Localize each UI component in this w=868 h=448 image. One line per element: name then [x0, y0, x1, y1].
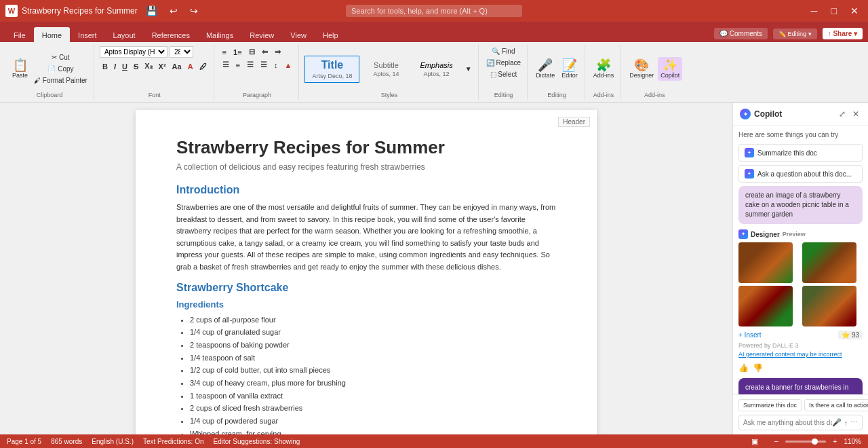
copilot-input[interactable]	[743, 419, 832, 426]
text-predictions: Text Predictions: On	[143, 438, 203, 445]
copilot-group-label: Add-ins	[644, 92, 665, 98]
editing-button[interactable]: ✏️ Editing ▾	[773, 29, 817, 39]
style-title[interactable]: Title Artsy Deco, 18	[304, 56, 359, 83]
document-area[interactable]: Header Strawberry Recipes for Summer A c…	[0, 103, 732, 434]
cut-button[interactable]: ✂ Cut	[32, 52, 90, 62]
select-button[interactable]: ⬚ Select	[488, 69, 519, 79]
insert-button[interactable]: + Insert	[738, 331, 762, 339]
replace-button[interactable]: 🔄 Replace	[484, 58, 523, 68]
view-mode-button[interactable]: ▣	[747, 436, 762, 447]
italic-button[interactable]: I	[111, 60, 119, 72]
multilevel-list-button[interactable]: ⊟	[246, 46, 258, 58]
copy-button[interactable]: 📄 Copy	[32, 64, 90, 74]
paragraph-controls: ≡ 1≡ ⊟ ⇐ ⇒ ☰ ≡ ☰ ☰ ↕ ▲	[220, 46, 295, 92]
tab-file[interactable]: File	[5, 27, 34, 42]
title-bar: W Strawberry Recipes for Summer 💾 ↩ ↪ ─ …	[0, 0, 868, 22]
maximize-button[interactable]: □	[827, 4, 841, 18]
editor-button[interactable]: 📝 Editor	[559, 57, 580, 81]
align-center-button[interactable]: ≡	[233, 59, 243, 71]
find-button[interactable]: 🔍 Find	[490, 46, 517, 56]
format-painter-button[interactable]: 🖌 Format Painter	[32, 75, 90, 86]
addins-button[interactable]: 🧩 Add-ins	[591, 57, 617, 81]
redo-button[interactable]: ↪	[186, 4, 202, 18]
zoom-in-button[interactable]: +	[829, 436, 841, 447]
thumbs-up-button[interactable]: 👍	[738, 363, 749, 373]
document-subtitle: A collection of delicious and easy recip…	[176, 162, 556, 172]
list-item: 1/2 cup of cold butter, cut into small p…	[190, 364, 556, 377]
font-color-button[interactable]: A	[185, 60, 196, 72]
designer-image-3[interactable]	[738, 286, 793, 326]
designer-image-1[interactable]	[738, 242, 793, 283]
list-buttons: ≡ 1≡ ⊟ ⇐ ⇒	[220, 46, 283, 58]
summarize-quick-button[interactable]: Summarize this doc	[738, 399, 802, 411]
underline-button[interactable]: U	[119, 60, 130, 72]
undo-button[interactable]: ↩	[165, 4, 182, 18]
tab-help[interactable]: Help	[315, 27, 347, 42]
copilot-send-button[interactable]: ↑	[844, 418, 848, 427]
proofing-controls: 🧩 Add-ins	[591, 46, 617, 92]
strikethrough-button[interactable]: S	[131, 60, 141, 72]
tab-insert[interactable]: Insert	[70, 27, 105, 42]
search-input[interactable]	[346, 5, 522, 17]
shading-button[interactable]: ▲	[282, 59, 295, 71]
minimize-button[interactable]: ─	[807, 4, 822, 18]
more-tools-group: 🎤 Dictate 📝 Editor Editing	[529, 45, 585, 100]
ingredients-list: 2 cups of all-purpose flour 1/4 cup of g…	[190, 314, 556, 434]
title-bar-left: W Strawberry Recipes for Summer 💾 ↩ ↪	[5, 4, 291, 18]
tab-review[interactable]: Review	[241, 27, 282, 42]
zoom-slider[interactable]	[785, 441, 826, 443]
close-button[interactable]: ✕	[846, 4, 863, 18]
case-button[interactable]: Aa	[170, 60, 184, 72]
style-subtitle[interactable]: Subtitle Aptos, 14	[362, 58, 410, 81]
font-name-select[interactable]: Aptos Display (Hea...	[100, 46, 167, 58]
title-bar-right: ─ □ ✕	[577, 4, 863, 18]
copilot-icon: ✦	[740, 109, 751, 119]
designer-image-4[interactable]	[802, 286, 856, 326]
section1-heading: Introduction	[176, 184, 556, 196]
zoom-out-button[interactable]: −	[770, 436, 783, 447]
justify-button[interactable]: ☰	[258, 59, 270, 71]
bold-button[interactable]: B	[100, 60, 111, 72]
copilot-prompt-bubble1: create an image of a strawberry cake on …	[738, 186, 863, 224]
tab-layout[interactable]: Layout	[105, 27, 144, 42]
share-button[interactable]: ↑ Share ▾	[823, 28, 863, 39]
copilot-button[interactable]: ✨ Copilot	[658, 57, 682, 81]
formatting-buttons: B I U S X₂ X² Aa A 🖊	[100, 60, 210, 72]
tab-home[interactable]: Home	[34, 27, 70, 42]
comments-button[interactable]: 💬 Comments	[714, 28, 768, 39]
ask-question-button[interactable]: ✦ Ask a question about this doc...	[738, 165, 863, 183]
section2-heading: Strawberry Shortcake	[176, 282, 556, 294]
align-left-button[interactable]: ☰	[220, 59, 232, 71]
tab-references[interactable]: References	[144, 27, 198, 42]
tab-mailings[interactable]: Mailings	[198, 27, 241, 42]
align-right-button[interactable]: ☰	[244, 59, 256, 71]
line-spacing-button[interactable]: ↕	[271, 59, 281, 71]
numbered-list-button[interactable]: 1≡	[231, 46, 245, 58]
dictate-button[interactable]: 🎤 Dictate	[533, 57, 557, 81]
superscript-button[interactable]: X²	[156, 60, 169, 72]
paste-button[interactable]: 📋 Paste	[9, 57, 31, 81]
call-to-action-button[interactable]: Is there a call to action?	[804, 399, 868, 411]
designer-button[interactable]: 🎨 Designer	[627, 57, 656, 81]
designer-image-2[interactable]	[802, 242, 856, 283]
bullet-list-button[interactable]: ≡	[220, 46, 229, 58]
style-emphasis[interactable]: Emphasis Aptos, 12	[412, 58, 460, 81]
styles-more-button[interactable]: ▼	[463, 64, 474, 74]
highlight-button[interactable]: 🖊	[197, 60, 210, 72]
copilot-mic-button[interactable]: 🎤	[832, 418, 842, 427]
thumbs-down-button[interactable]: 👎	[753, 363, 763, 373]
save-button[interactable]: 💾	[142, 4, 161, 18]
copilot-expand-button[interactable]: ⤢	[837, 109, 848, 119]
summarize-action-button[interactable]: ✦ Summarize this doc	[738, 144, 863, 162]
list-item: 3/4 cup of heavy cream, plus more for br…	[190, 377, 556, 390]
indent-increase-button[interactable]: ⇒	[272, 46, 283, 58]
styles-label: Styles	[381, 92, 398, 98]
subscript-button[interactable]: X₂	[142, 60, 155, 72]
copilot-more-button[interactable]: ⋯	[850, 418, 858, 427]
copilot-body: Here are some things you can try ✦ Summa…	[733, 126, 868, 394]
copilot-close-button[interactable]: ✕	[850, 109, 861, 119]
tab-view[interactable]: View	[282, 27, 315, 42]
copilot-title: ✦ Copilot	[740, 109, 782, 119]
font-size-select[interactable]: 28	[170, 46, 193, 58]
indent-decrease-button[interactable]: ⇐	[259, 46, 271, 58]
